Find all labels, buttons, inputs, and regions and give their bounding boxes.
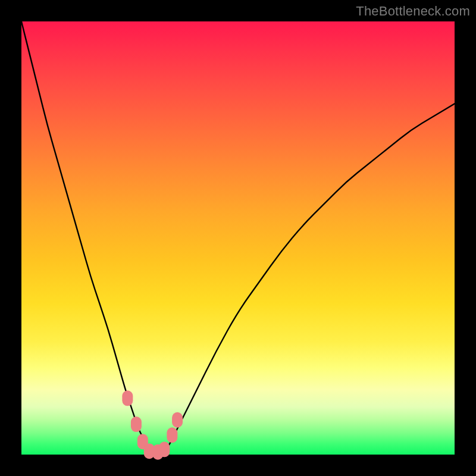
valley-marker <box>159 441 170 457</box>
valley-marker <box>131 416 142 432</box>
plot-area <box>21 21 455 455</box>
valley-marker <box>172 412 183 428</box>
valley-marker <box>167 427 177 443</box>
curve-layer <box>21 21 455 455</box>
valley-markers <box>122 390 183 459</box>
valley-marker <box>122 390 133 406</box>
watermark-text: TheBottleneck.com <box>356 4 470 19</box>
bottleneck-curve <box>21 21 455 453</box>
chart-frame: TheBottleneck.com <box>0 0 476 476</box>
